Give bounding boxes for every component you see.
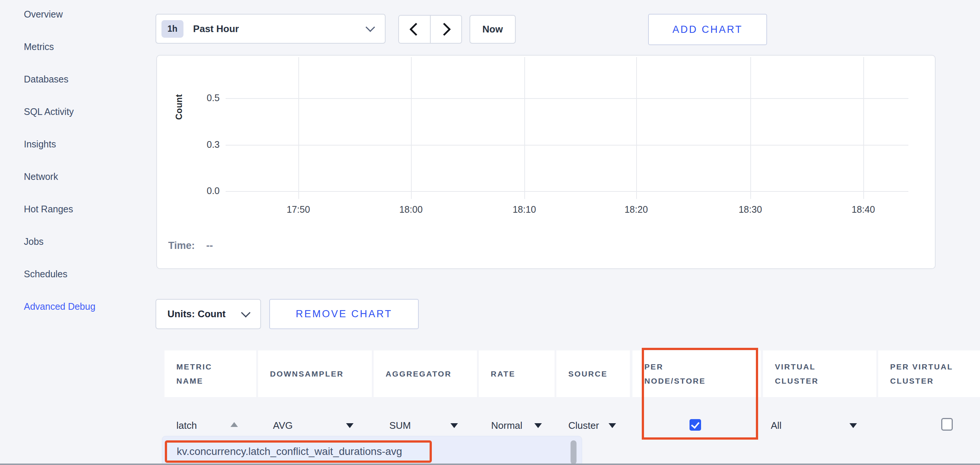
x-tick-label: 17:50 xyxy=(272,204,325,215)
x-tick-label: 18:30 xyxy=(724,204,776,215)
virtual-cluster-select[interactable]: All xyxy=(771,419,782,432)
chevron-down-icon xyxy=(366,22,375,32)
header-metric-name: METRIC NAME xyxy=(164,350,256,397)
y-tick-label: 0.3 xyxy=(194,139,220,150)
sidebar-item-insights[interactable]: Insights xyxy=(24,138,56,150)
sidebar-item-schedules[interactable]: Schedules xyxy=(24,268,67,280)
metric-name-input[interactable]: latch xyxy=(177,419,197,432)
y-tick-label: 0.5 xyxy=(194,93,220,103)
add-chart-button[interactable]: ADD CHART xyxy=(648,14,767,45)
sort-up-icon[interactable] xyxy=(231,422,238,427)
header-label: SOURCE xyxy=(568,367,608,381)
header-label: DOWNSAMPLER xyxy=(270,367,344,381)
x-tick-label: 18:40 xyxy=(837,204,889,215)
chart-panel: Count 0.5 0.3 0.0 17:50 18:00 18:10 18:2… xyxy=(156,55,935,269)
triangle-down-icon[interactable] xyxy=(450,423,458,428)
prev-time-button[interactable] xyxy=(399,16,430,43)
sidebar-item-sql-activity[interactable]: SQL Activity xyxy=(24,105,74,118)
hover-time-label: Time: xyxy=(168,240,195,251)
hover-time-value: -- xyxy=(206,240,213,251)
sidebar-item-databases[interactable]: Databases xyxy=(24,73,68,85)
dropdown-scrollbar[interactable] xyxy=(571,440,576,464)
metric-suggestion-item[interactable]: kv.concurrency.latch_conflict_wait_durat… xyxy=(165,440,432,463)
header-per-virtual-cluster: PER VIRTUAL CLUSTER xyxy=(878,350,980,397)
header-label: METRIC NAME xyxy=(177,360,212,388)
per-node-store-checkbox[interactable] xyxy=(689,419,701,431)
source-select[interactable]: Cluster xyxy=(568,419,599,432)
aggregator-select[interactable]: SUM xyxy=(389,419,411,432)
chevron-down-icon xyxy=(241,308,250,317)
remove-chart-button[interactable]: REMOVE CHART xyxy=(269,299,419,329)
screen-bottom-edge xyxy=(0,463,980,465)
units-dropdown[interactable]: Units: Count xyxy=(156,299,261,329)
downsampler-select[interactable]: AVG xyxy=(273,419,293,432)
x-tick-label: 18:20 xyxy=(610,204,662,215)
header-aggregator: AGGREGATOR xyxy=(374,350,477,397)
sidebar-item-advanced-debug[interactable]: Advanced Debug xyxy=(24,300,95,313)
header-label: RATE xyxy=(491,367,515,381)
time-range-label: Past Hour xyxy=(193,23,367,35)
header-label: PER NODE/STORE xyxy=(644,360,706,388)
triangle-down-icon[interactable] xyxy=(346,423,353,428)
units-dropdown-label: Units: Count xyxy=(167,308,242,320)
sidebar-item-hot-ranges[interactable]: Hot Ranges xyxy=(24,203,73,215)
time-step-buttons xyxy=(398,15,462,44)
header-label: AGGREGATOR xyxy=(386,367,452,381)
next-time-button[interactable] xyxy=(430,16,462,43)
x-tick-label: 18:00 xyxy=(385,204,437,215)
time-range-badge: 1h xyxy=(161,20,183,38)
triangle-down-icon[interactable] xyxy=(850,423,857,428)
sidebar-item-jobs[interactable]: Jobs xyxy=(24,235,44,248)
triangle-down-icon[interactable] xyxy=(535,423,542,428)
y-tick-label: 0.0 xyxy=(194,185,220,196)
check-icon xyxy=(691,420,700,429)
arrow-left-icon xyxy=(409,23,423,36)
y-axis-label: Count xyxy=(174,94,184,120)
sidebar-item-metrics[interactable]: Metrics xyxy=(24,40,54,53)
triangle-down-icon[interactable] xyxy=(609,423,616,428)
sidebar-item-overview[interactable]: Overview xyxy=(24,8,63,21)
sidebar-item-network[interactable]: Network xyxy=(24,170,58,183)
per-virtual-cluster-checkbox[interactable] xyxy=(941,418,953,431)
header-label: VIRTUAL CLUSTER xyxy=(775,360,819,388)
rate-select[interactable]: Normal xyxy=(491,419,522,432)
header-source: SOURCE xyxy=(556,350,630,397)
x-tick-label: 18:10 xyxy=(498,204,550,215)
custom-chart-page: Overview Metrics Databases SQL Activity … xyxy=(0,0,980,465)
chart-plot-area[interactable] xyxy=(226,57,908,199)
header-label: PER VIRTUAL CLUSTER xyxy=(890,360,953,388)
time-range-picker[interactable]: 1h Past Hour xyxy=(156,14,386,44)
header-per-node-store: PER NODE/STORE xyxy=(632,350,761,397)
header-virtual-cluster: VIRTUAL CLUSTER xyxy=(763,350,877,397)
now-button[interactable]: Now xyxy=(469,15,516,44)
header-downsampler: DOWNSAMPLER xyxy=(258,350,372,397)
header-rate: RATE xyxy=(479,350,555,397)
arrow-right-icon xyxy=(438,23,451,36)
